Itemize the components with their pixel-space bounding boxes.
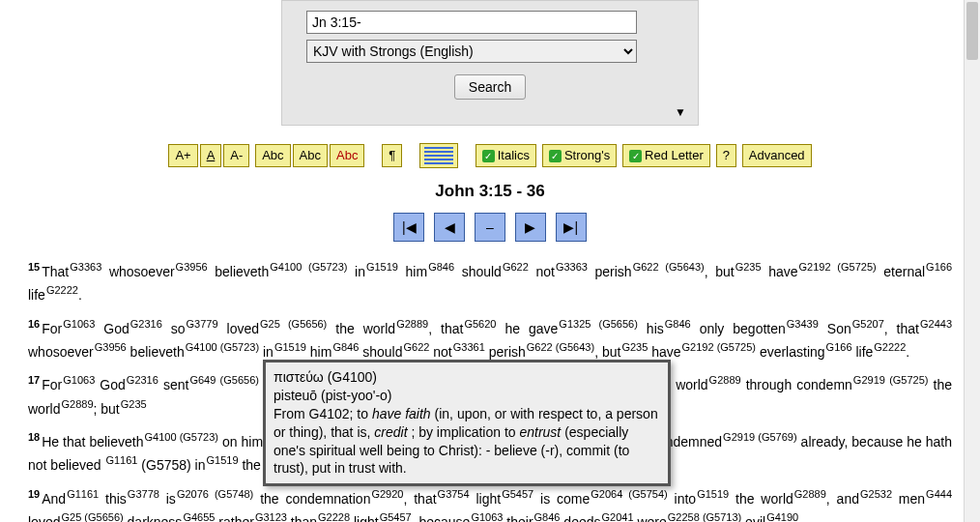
strongs-number[interactable]: G622: [503, 261, 529, 273]
word[interactable]: in: [191, 457, 206, 473]
strongs-number[interactable]: G2222: [46, 284, 78, 296]
word[interactable]: perish: [588, 264, 632, 279]
advanced-button[interactable]: Advanced: [742, 144, 812, 167]
prev-button[interactable]: ◀: [434, 213, 465, 242]
strongs-number[interactable]: G622 (G5643): [527, 341, 594, 353]
strongs-number[interactable]: G25 (G5656): [260, 318, 327, 330]
strongs-number[interactable]: G235: [121, 398, 147, 410]
help-button[interactable]: ?: [716, 144, 736, 167]
strongs-number[interactable]: G235: [621, 341, 648, 353]
word[interactable]: in: [347, 264, 365, 279]
italics-toggle[interactable]: ✓Italics: [476, 144, 536, 167]
strongs-number[interactable]: G846: [665, 318, 691, 330]
word[interactable]: the world: [729, 490, 793, 506]
version-select[interactable]: KJV with Strongs (English): [306, 40, 637, 63]
word[interactable]: .: [906, 344, 909, 360]
strongs-number[interactable]: G2919 (G5769): [723, 431, 797, 443]
next-button[interactable]: ▶: [515, 213, 546, 242]
abc-button-3[interactable]: Abc: [330, 144, 364, 167]
paragraph-button[interactable]: ¶: [382, 144, 402, 167]
strongs-number[interactable]: G1063: [63, 374, 95, 386]
strongs-number[interactable]: G4100 (G5723): [186, 341, 259, 353]
word[interactable]: is: [159, 490, 176, 506]
word[interactable]: That: [42, 264, 69, 279]
abc-button-2[interactable]: Abc: [293, 144, 328, 167]
word[interactable]: God: [95, 377, 126, 392]
strongs-number[interactable]: G622 (G5643): [633, 261, 705, 273]
strongs-number[interactable]: G2889: [709, 374, 741, 386]
word[interactable]: evil: [741, 514, 765, 522]
strongs-number[interactable]: G5207: [852, 318, 884, 330]
strongs-number[interactable]: G846: [332, 341, 359, 353]
word[interactable]: God: [95, 320, 129, 335]
font-increase-button[interactable]: A+: [168, 144, 197, 167]
word[interactable]: not: [529, 264, 555, 279]
word[interactable]: loved: [218, 320, 259, 335]
scrollbar[interactable]: ▴: [964, 0, 980, 522]
word[interactable]: , that: [403, 490, 436, 506]
word[interactable]: light: [470, 490, 502, 506]
word[interactable]: He that believeth: [42, 434, 143, 450]
strongs-toggle[interactable]: ✓Strong's: [542, 144, 617, 167]
word[interactable]: life: [852, 344, 874, 360]
strongs-number[interactable]: G1161: [67, 488, 99, 500]
strongs-number[interactable]: G2316: [127, 374, 159, 386]
word[interactable]: , but: [594, 344, 620, 360]
word[interactable]: the world: [327, 320, 395, 335]
word[interactable]: everlasting: [756, 344, 825, 360]
word[interactable]: , that: [428, 320, 463, 335]
strongs-number[interactable]: G2316: [130, 318, 162, 330]
word[interactable]: light: [350, 514, 379, 522]
word[interactable]: And: [42, 490, 66, 506]
strongs-number[interactable]: G846: [534, 511, 561, 522]
strongs-number[interactable]: G3956: [95, 341, 127, 353]
strongs-number[interactable]: G1519: [206, 454, 238, 466]
strongs-number[interactable]: G2076 (G5748): [177, 488, 253, 500]
current-button[interactable]: –: [475, 213, 505, 242]
strongs-number[interactable]: G3956: [176, 261, 208, 273]
word[interactable]: into: [668, 490, 696, 506]
word[interactable]: [101, 457, 105, 473]
word[interactable]: through: [741, 377, 793, 392]
search-button[interactable]: Search: [454, 74, 526, 100]
strongs-number[interactable]: G4100 (G5723): [144, 431, 218, 443]
strongs-number[interactable]: G2064 (G5754): [591, 488, 667, 500]
word[interactable]: whosoever: [28, 344, 94, 360]
word[interactable]: loved: [28, 514, 60, 522]
strongs-number[interactable]: G1161: [105, 454, 137, 466]
strongs-number[interactable]: G2258 (G5713): [668, 511, 741, 522]
word[interactable]: sent: [159, 377, 189, 392]
word[interactable]: he gave: [496, 320, 558, 335]
word[interactable]: perish: [485, 344, 526, 360]
strongs-number[interactable]: G846: [428, 261, 454, 273]
last-button[interactable]: ▶|: [556, 213, 587, 242]
strongs-number[interactable]: G1325 (G5656): [559, 318, 638, 330]
strongs-number[interactable]: G2889: [794, 488, 826, 500]
scroll-thumb[interactable]: [966, 2, 978, 60]
strongs-number[interactable]: G166: [926, 261, 952, 273]
word[interactable]: darkness: [124, 514, 183, 522]
strongs-number[interactable]: G2222: [874, 341, 906, 353]
word[interactable]: the condemnation: [253, 490, 370, 506]
word[interactable]: .: [798, 514, 802, 522]
word[interactable]: deeds: [560, 514, 600, 522]
word[interactable]: , but: [705, 264, 735, 279]
word[interactable]: believeth: [208, 264, 270, 279]
word[interactable]: their: [503, 514, 533, 522]
strongs-number[interactable]: G2192 (G5725): [682, 341, 756, 353]
strongs-number[interactable]: G1063: [471, 511, 503, 522]
word[interactable]: is come: [533, 490, 590, 506]
search-input[interactable]: [306, 11, 637, 34]
strongs-number[interactable]: G1519: [697, 488, 729, 500]
word[interactable]: , and: [826, 490, 859, 506]
word[interactable]: condemn: [792, 377, 852, 392]
strongs-number[interactable]: G1519: [274, 341, 306, 353]
strongs-number[interactable]: G3778: [128, 488, 159, 500]
strongs-number[interactable]: G2889: [396, 318, 428, 330]
word[interactable]: life: [28, 287, 45, 303]
word[interactable]: should: [454, 264, 502, 279]
word[interactable]: have: [648, 344, 680, 360]
strongs-number[interactable]: G2532: [860, 488, 892, 500]
strongs-number[interactable]: G2443: [920, 318, 952, 330]
word[interactable]: ; but: [94, 400, 120, 416]
